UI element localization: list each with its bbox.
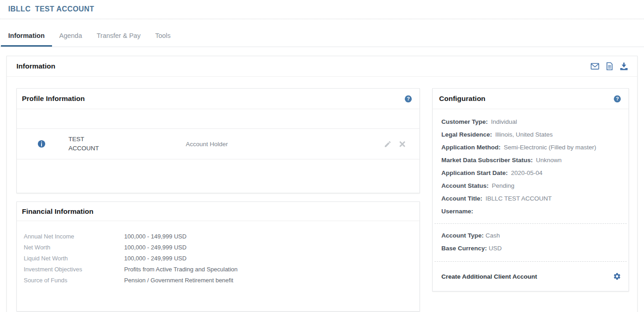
account-holder-row: TEST ACCOUNT Account Holder: [17, 128, 419, 159]
tab-information[interactable]: Information: [1, 25, 52, 47]
config-row: Username:: [441, 205, 620, 218]
help-icon[interactable]: ?: [404, 95, 412, 103]
create-additional-client-account-row[interactable]: Create Additional Client Account: [433, 262, 628, 291]
config-row: Account Title:IBLLC TEST ACCOUNT: [441, 192, 620, 205]
profile-card-header: Profile Information ?: [17, 89, 419, 109]
profile-card-body: TEST ACCOUNT Account Holder: [17, 109, 419, 193]
edit-pencil-icon[interactable]: [384, 140, 392, 148]
profile-spacer: [17, 109, 419, 128]
section-header-icons: [591, 62, 628, 70]
financial-information-card: Financial Information Annual Net Income …: [16, 201, 420, 312]
config-row: Application Start Date:2020-05-04: [441, 167, 620, 180]
config-row: Application Method:Semi-Electronic (Fill…: [441, 141, 620, 154]
mail-icon[interactable]: [591, 63, 599, 70]
gear-icon[interactable]: [613, 272, 621, 280]
config-row: Legal Residence:Illinois, United States: [441, 128, 620, 141]
right-column: Configuration ? Customer Type:Individual…: [432, 88, 629, 291]
info-icon[interactable]: [37, 140, 46, 148]
configuration-card-title: Configuration: [439, 95, 486, 103]
information-panel: Information: [6, 56, 638, 312]
configuration-details: Customer Type:Individual Legal Residence…: [433, 109, 628, 223]
financial-card-body: Annual Net Income 100,000 - 149,999 USD …: [17, 221, 419, 311]
row-actions: [384, 140, 406, 148]
left-column: Profile Information ?: [16, 88, 420, 312]
config-row: Account Type:Cash: [441, 229, 620, 242]
tab-agenda[interactable]: Agenda: [52, 25, 89, 47]
financial-row: Liquid Net Worth 100,000 - 249,999 USD: [24, 253, 413, 264]
financial-row: Annual Net Income 100,000 - 149,999 USD: [24, 231, 413, 242]
create-additional-client-account-label: Create Additional Client Account: [441, 273, 537, 280]
tab-tools[interactable]: Tools: [148, 25, 178, 47]
profile-spacer: [17, 159, 419, 193]
financial-row: Source of Funds Pension / Government Ret…: [24, 275, 413, 286]
configuration-card: Configuration ? Customer Type:Individual…: [432, 88, 629, 291]
delete-x-icon[interactable]: [399, 141, 406, 148]
svg-text:?: ?: [407, 96, 410, 101]
financial-card-header: Financial Information: [17, 202, 419, 221]
profile-information-card: Profile Information ?: [16, 88, 420, 193]
account-title: IBLLC TEST ACCOUNT: [8, 5, 644, 13]
account-holder-role: Account Holder: [186, 141, 384, 148]
tab-bar: Information Agenda Transfer & Pay Tools: [0, 25, 644, 47]
account-holder-name: TEST ACCOUNT: [68, 135, 186, 153]
svg-text:?: ?: [616, 96, 619, 101]
config-row: Market Data Subscriber Status:Unknown: [441, 154, 620, 167]
account-type-block: Account Type:Cash Base Currency:USD: [433, 224, 628, 261]
config-row: Customer Type:Individual: [441, 116, 620, 128]
download-icon[interactable]: [620, 63, 628, 70]
help-icon[interactable]: ?: [613, 95, 621, 103]
section-title: Information: [16, 62, 55, 70]
config-row: Base Currency:USD: [441, 242, 620, 255]
profile-card-title: Profile Information: [22, 95, 85, 103]
financial-row: Investment Objectives Profits from Activ…: [24, 264, 413, 275]
information-content: Profile Information ?: [7, 77, 637, 312]
information-panel-header: Information: [7, 56, 637, 77]
document-icon[interactable]: [606, 62, 613, 70]
page-title-bar: IBLLC TEST ACCOUNT: [0, 0, 644, 19]
config-row: Account Status:Pending: [441, 180, 620, 192]
tab-transfer-pay[interactable]: Transfer & Pay: [89, 25, 148, 47]
financial-card-title: Financial Information: [22, 207, 94, 216]
financial-row: Net Worth 100,000 - 249,999 USD: [24, 242, 413, 253]
configuration-card-header: Configuration ?: [433, 89, 628, 109]
